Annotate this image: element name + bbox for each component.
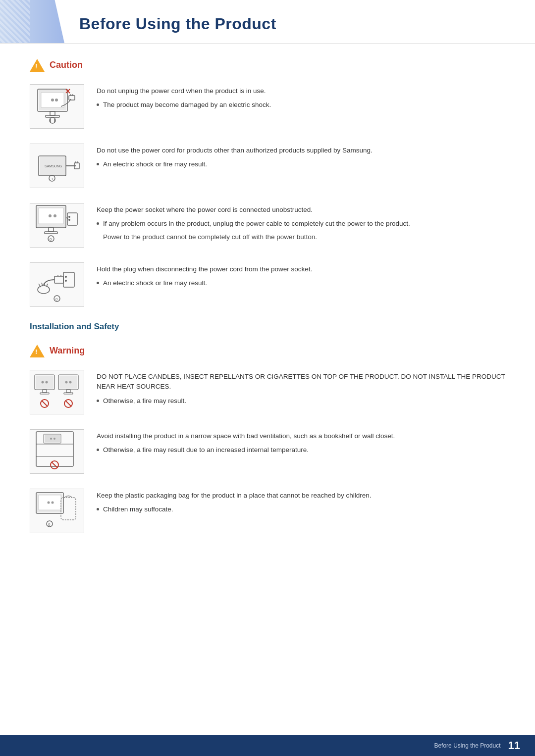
bullet-dot (97, 508, 99, 510)
caution-image-4: 0 (30, 262, 84, 307)
svg-point-60 (69, 381, 71, 384)
caution-text-2: Do not use the power cord for products o… (97, 144, 505, 172)
caution-header: Caution (30, 58, 505, 72)
warning-item-1: DO NOT PLACE CANDLES, INSECT REPELLANTS … (30, 370, 505, 414)
svg-rect-10 (69, 96, 75, 100)
caution-text-4: Hold the plug when disconnecting the pow… (97, 262, 505, 291)
warning-header: Warning (30, 344, 505, 357)
warning-main-1: DO NOT PLACE CANDLES, INSECT REPELLANTS … (97, 372, 505, 392)
svg-point-37 (65, 276, 67, 278)
header-blue-accent (0, 0, 64, 43)
footer-text: Before Using the Product (434, 742, 500, 749)
warning-bullet-text-1: Otherwise, a fire may result. (103, 396, 186, 406)
warning-main-2: Avoid installing the product in a narrow… (97, 431, 505, 441)
caution-bullet-text-4: An electric shock or fire may result. (103, 278, 207, 288)
svg-text:0: 0 (48, 522, 51, 527)
svg-rect-58 (59, 376, 77, 389)
caution-text-3: Keep the power socket where the power co… (97, 203, 505, 242)
caution-bullet-text-3: If any problem occurs in the product, un… (103, 219, 410, 229)
warning-bullet-3: Children may suffocate. (97, 504, 505, 514)
svg-point-5 (51, 99, 54, 101)
caution-item-2: SAMSUNG 1 Do not use the power cord for … (30, 144, 505, 188)
bullet-dot (97, 222, 99, 225)
caution-sub-3: Power to the product cannot be completel… (103, 232, 505, 242)
svg-rect-30 (45, 232, 57, 234)
warning-item-3: 0 Keep the plastic packaging bag for the… (30, 489, 505, 533)
svg-rect-29 (49, 228, 54, 232)
caution-bullet-1: The product may become damaged by an ele… (97, 100, 505, 110)
caution-image-2: SAMSUNG 1 (30, 144, 84, 188)
monitor-illustration-2: SAMSUNG 1 (34, 146, 81, 186)
warning-triangle (30, 345, 45, 357)
svg-point-38 (65, 280, 67, 282)
svg-rect-69 (45, 435, 60, 442)
svg-text:0: 0 (50, 237, 52, 242)
caution-bullet-text-2: An electric shock or fire may result. (103, 159, 207, 169)
monitor-illustration-3: 0 (34, 203, 81, 248)
svg-rect-2 (50, 111, 55, 115)
svg-rect-50 (36, 376, 54, 389)
bullet-dot (97, 163, 99, 165)
header-diagonal-lines (0, 0, 30, 43)
warning-image-2 (30, 429, 84, 474)
warning-text-2: Avoid installing the product in a narrow… (97, 429, 505, 457)
svg-point-51 (41, 381, 44, 384)
bullet-dot (97, 449, 99, 451)
bookshelf-illustration (34, 429, 81, 474)
candles-illustration (34, 370, 81, 414)
svg-point-6 (55, 99, 58, 101)
svg-rect-61 (66, 390, 70, 393)
svg-rect-62 (64, 393, 73, 394)
warning-bullet-text-2: Otherwise, a fire may result due to an i… (103, 445, 309, 455)
page-title: Before Using the Product (79, 15, 505, 33)
footer-page-number: 11 (508, 739, 520, 752)
bag-illustration: 0 (34, 490, 81, 532)
svg-point-28 (54, 214, 56, 217)
monitor-illustration-1 (34, 87, 81, 126)
warning-label: Warning (50, 346, 85, 356)
warning-bullet-2: Otherwise, a fire may result due to an i… (97, 445, 505, 455)
svg-rect-39 (54, 276, 63, 283)
caution-main-1: Do not unplug the power cord when the pr… (97, 86, 505, 96)
main-content: Caution (0, 58, 535, 578)
caution-icon (30, 58, 45, 72)
bullet-dot (97, 282, 99, 284)
svg-point-71 (54, 438, 55, 440)
svg-line-64 (65, 401, 71, 406)
svg-rect-36 (63, 272, 74, 287)
warning-text-1: DO NOT PLACE CANDLES, INSECT REPELLANTS … (97, 370, 505, 408)
caution-bullet-4: An electric shock or fire may result. (97, 278, 505, 288)
warning-item-2: Avoid installing the product in a narrow… (30, 429, 505, 474)
warning-bullet-1: Otherwise, a fire may result. (97, 396, 505, 406)
warning-main-3: Keep the plastic packaging bag for the p… (97, 491, 505, 501)
svg-point-42 (38, 286, 50, 294)
svg-point-77 (47, 501, 50, 504)
svg-point-33 (68, 219, 70, 221)
svg-rect-53 (43, 390, 47, 393)
caution-main-4: Hold the plug when disconnecting the pow… (97, 264, 505, 274)
warning-image-3: 0 (30, 489, 84, 533)
caution-bullet-3: If any problem occurs in the product, un… (97, 219, 505, 229)
caution-bullet-text-1: The product may become damaged by an ele… (103, 100, 271, 110)
svg-text:SAMSUNG: SAMSUNG (45, 164, 62, 168)
caution-item-1: Do not unplug the power cord when the pr… (30, 84, 505, 129)
caution-main-3: Keep the power socket where the power co… (97, 205, 505, 215)
caution-triangle (30, 59, 45, 72)
caution-label: Caution (50, 60, 83, 70)
svg-point-52 (45, 381, 48, 384)
warning-bullet-text-3: Children may suffocate. (103, 504, 173, 514)
caution-item-3: 0 Keep the power socket where the power … (30, 203, 505, 248)
plug-illustration: 0 (34, 265, 81, 304)
caution-text-1: Do not unplug the power cord when the pr… (97, 84, 505, 112)
warning-text-3: Keep the plastic packaging bag for the p… (97, 489, 505, 517)
caution-item-4: 0 Hold the plug when disconnecting the p… (30, 262, 505, 307)
svg-rect-54 (40, 393, 49, 394)
svg-text:0: 0 (55, 297, 58, 302)
svg-point-32 (68, 216, 70, 218)
svg-point-78 (51, 501, 54, 504)
page-wrapper: Before Using the Product Caution (0, 0, 535, 756)
installation-heading: Installation and Safety (30, 322, 505, 334)
svg-point-70 (50, 438, 52, 440)
svg-line-56 (42, 401, 48, 406)
bullet-dot (97, 103, 99, 106)
